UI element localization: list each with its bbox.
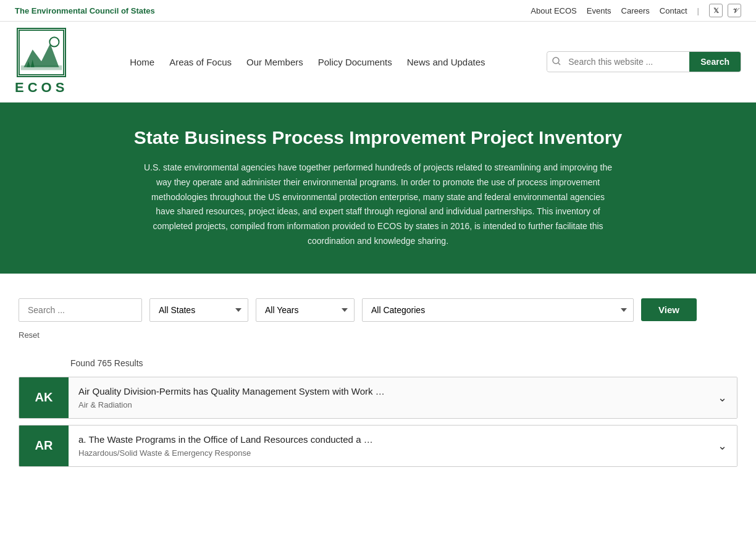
results-count: Found 765 Results bbox=[19, 358, 737, 368]
org-name: The Environmental Council of States bbox=[15, 6, 155, 15]
filter-search-input[interactable] bbox=[19, 298, 142, 322]
years-select[interactable]: All Years bbox=[256, 298, 355, 322]
nav-areas-of-focus[interactable]: Areas of Focus bbox=[169, 57, 232, 67]
results-section: Found 765 Results AK Air Quality Divisio… bbox=[0, 346, 756, 485]
result-item: AR a. The Waste Programs in the Office o… bbox=[19, 425, 737, 467]
nav-news-updates[interactable]: News and Updates bbox=[407, 57, 485, 67]
view-button[interactable]: View bbox=[641, 298, 697, 321]
hero-banner: State Business Process Improvement Proje… bbox=[0, 103, 756, 274]
header: ECOS Home Areas of Focus Our Members Pol… bbox=[0, 22, 756, 103]
result-content-ar: a. The Waste Programs in the Office of L… bbox=[69, 426, 708, 466]
result-chevron-ar[interactable]: ⌄ bbox=[708, 426, 737, 466]
top-bar: The Environmental Council of States Abou… bbox=[0, 0, 756, 22]
state-badge-ak: AK bbox=[19, 377, 69, 418]
result-title-ar: a. The Waste Programs in the Office of L… bbox=[78, 434, 698, 445]
nav-policy-documents[interactable]: Policy Documents bbox=[318, 57, 392, 67]
vimeo-icon[interactable]: 𝒱 bbox=[728, 4, 741, 17]
reset-link[interactable]: Reset bbox=[19, 330, 737, 340]
logo-text: ECOS bbox=[15, 80, 68, 96]
logo-image bbox=[17, 28, 66, 77]
result-chevron-ak[interactable]: ⌄ bbox=[708, 377, 737, 418]
svg-rect-5 bbox=[21, 65, 62, 70]
svg-line-8 bbox=[558, 63, 560, 65]
contact-link[interactable]: Contact bbox=[660, 6, 687, 15]
divider: | bbox=[697, 6, 699, 15]
events-link[interactable]: Events bbox=[587, 6, 611, 15]
chevron-down-icon: ⌄ bbox=[718, 391, 727, 405]
categories-select[interactable]: All Categories bbox=[362, 298, 634, 322]
site-search-bar: Search bbox=[547, 51, 741, 72]
hero-description: U.S. state environmental agencies have t… bbox=[143, 161, 613, 249]
result-title-ak: Air Quality Division-Permits has Quality… bbox=[78, 386, 698, 396]
states-select[interactable]: All States bbox=[149, 298, 248, 322]
filter-section: All States All Years All Categories View… bbox=[0, 274, 756, 346]
result-item: AK Air Quality Division-Permits has Qual… bbox=[19, 377, 737, 419]
state-badge-ar: AR bbox=[19, 426, 69, 466]
top-bar-right: About ECOS Events Careers Contact | 𝕏 𝒱 bbox=[531, 4, 741, 17]
search-icon bbox=[547, 53, 566, 71]
nav-our-members[interactable]: Our Members bbox=[246, 57, 303, 67]
logo-area: ECOS bbox=[15, 28, 68, 96]
chevron-down-icon: ⌄ bbox=[718, 439, 727, 453]
result-category-ak: Air & Radiation bbox=[78, 400, 698, 409]
nav-home[interactable]: Home bbox=[130, 57, 154, 67]
filter-row: All States All Years All Categories View bbox=[19, 298, 737, 322]
about-ecos-link[interactable]: About ECOS bbox=[531, 6, 576, 15]
result-content-ak: Air Quality Division-Permits has Quality… bbox=[69, 377, 708, 418]
hero-title: State Business Process Improvement Proje… bbox=[74, 127, 682, 148]
logo-wrapper: ECOS bbox=[15, 28, 68, 96]
twitter-icon[interactable]: 𝕏 bbox=[709, 4, 723, 17]
site-search-input[interactable] bbox=[566, 53, 689, 70]
social-icons: 𝕏 𝒱 bbox=[709, 4, 741, 17]
careers-link[interactable]: Careers bbox=[621, 6, 650, 15]
site-search-button[interactable]: Search bbox=[689, 52, 741, 72]
svg-point-7 bbox=[553, 57, 559, 64]
result-category-ar: Hazardous/Solid Waste & Emergency Respon… bbox=[78, 448, 698, 458]
main-nav: Home Areas of Focus Our Members Policy D… bbox=[130, 57, 485, 67]
